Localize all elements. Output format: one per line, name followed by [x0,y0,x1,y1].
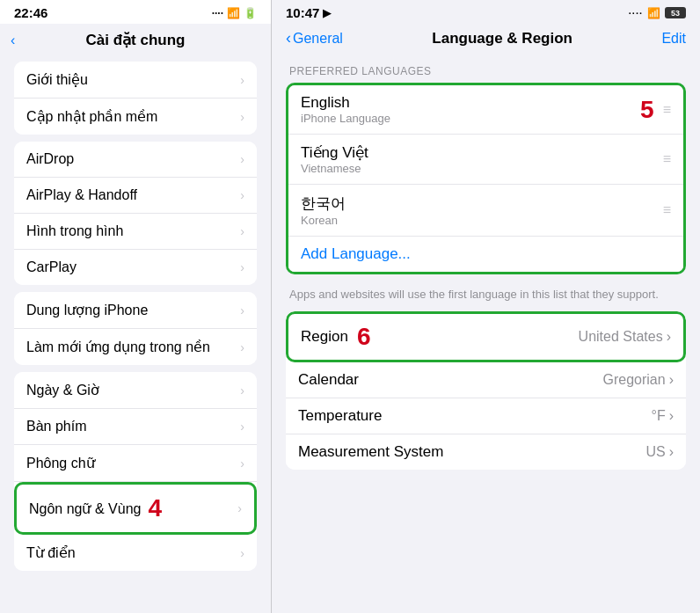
signal-dots: ···· [212,7,223,19]
edit-button[interactable]: Edit [661,31,686,47]
font-item[interactable]: Phông chữ › [14,445,257,482]
section-group-1: Giới thiệu › Cập nhật phần mềm › [14,62,257,135]
status-bar-right: 10:47 ▶ ···· 📶 53 [272,0,700,24]
chevron-right-icon: › [669,372,674,388]
chevron-right-icon: › [667,329,671,345]
region-item[interactable]: Region 6 United States › [286,311,686,362]
preferred-languages-header: PREFERRED LANGUAGES [286,55,686,83]
storage-item[interactable]: Dung lượng iPhone › [14,292,257,329]
refresh-item[interactable]: Làm mới ứng dụng trong nền › [14,329,257,365]
add-language-item[interactable]: Add Language... [288,237,683,272]
time-right: 10:47 [286,5,319,20]
battery-icon: 🔋 [244,7,257,19]
chevron-right-icon: › [240,73,244,87]
chevron-right-icon: › [240,420,244,434]
chevron-left-icon: ‹ [11,33,15,48]
back-button-right[interactable]: ‹ General [286,29,343,47]
nav-bar-right: ‹ General Language & Region Edit [272,24,700,55]
measurement-item[interactable]: Measurement System US › [286,434,686,470]
back-button-left[interactable]: ‹ [11,33,17,48]
chevron-right-icon: › [669,408,674,424]
language-region-item[interactable]: Ngôn ngữ & Vùng 4 › [14,482,257,535]
nav-title-right: Language & Region [432,30,572,47]
english-text-block: English iPhone Language [301,94,633,125]
chevron-right-icon: › [240,224,244,238]
drag-handle-icon: ≡ [663,203,671,217]
chevron-right-icon: › [669,444,674,460]
region-value: United States › [579,329,671,345]
chevron-right-icon: › [240,303,244,317]
back-label-right: General [293,31,343,47]
section-group-3: Dung lượng iPhone › Làm mới ứng dụng tro… [14,292,257,365]
region-section: Region 6 United States › Calendar Gregor… [286,311,686,470]
nav-title-left: Cài đặt chung [86,31,186,49]
status-bar-left: 22:46 ···· 📶 🔋 [0,0,271,24]
settings-list: Giới thiệu › Cập nhật phần mềm › AirDrop… [0,55,271,613]
status-left-group: 10:47 ▶ [286,5,331,20]
english-item[interactable]: English iPhone Language 5 ≡ [288,85,683,134]
list-item[interactable]: Giới thiệu › [14,62,257,99]
dots-signal-icon: ···· [629,8,643,18]
date-time-item[interactable]: Ngày & Giờ › [14,372,257,409]
measurement-value: US › [645,444,674,460]
pip-item[interactable]: Hình trong hình › [14,214,257,250]
hint-text: Apps and websites will use the first lan… [286,281,686,311]
status-right-group: ···· 📶 53 [629,7,686,19]
chevron-right-icon: › [240,152,244,166]
time-left: 22:46 [14,5,47,20]
right-content: PREFERRED LANGUAGES English iPhone Langu… [272,55,700,613]
dictionary-item[interactable]: Từ điển › [14,535,257,571]
list-item[interactable]: Cập nhật phần mềm › [14,99,257,135]
chevron-right-icon: › [240,340,244,354]
temperature-value: °F › [652,408,674,424]
drag-handle-icon: ≡ [663,152,671,166]
vietnamese-text-block: Tiếng Việt Vietnamese [301,143,368,175]
calendar-item[interactable]: Calendar Gregorian › [286,362,686,398]
chevron-right-icon: › [240,546,244,560]
chevron-right-icon: › [240,383,244,398]
nav-bar-left: ‹ Cài đặt chung [0,24,271,55]
chevron-right-icon: › [240,456,244,471]
airdrop-item[interactable]: AirDrop › [14,142,257,178]
chevron-right-icon: › [240,110,244,124]
wifi-icon-right: 📶 [647,7,660,19]
status-icons-left: ···· 📶 🔋 [212,7,257,19]
left-panel: 22:46 ···· 📶 🔋 ‹ Cài đặt chung Giới thiệ… [0,0,271,613]
chevron-right-icon: › [240,188,244,202]
korean-text-block: 한국어 Korean [301,193,346,227]
korean-item[interactable]: 한국어 Korean ≡ [288,185,683,237]
add-language-label: Add Language... [301,245,411,263]
languages-section: English iPhone Language 5 ≡ Tiếng Việt V… [286,83,686,274]
chevron-right-icon: › [240,260,244,274]
wifi-icon: 📶 [227,7,240,19]
right-panel: 10:47 ▶ ···· 📶 53 ‹ General Language & R… [271,0,700,613]
location-icon: ▶ [323,7,331,19]
section-group-4: Ngày & Giờ › Bàn phím › Phông chữ › Ngôn… [14,372,257,571]
chevron-left-icon-right: ‹ [286,29,291,47]
carplay-item[interactable]: CarPlay › [14,250,257,285]
temperature-item[interactable]: Temperature °F › [286,398,686,434]
chevron-right-icon: › [237,501,242,515]
drag-handle-icon: ≡ [663,103,671,117]
calendar-value: Gregorian › [603,372,674,388]
vietnamese-item[interactable]: Tiếng Việt Vietnamese ≡ [288,134,683,185]
section-group-2: AirDrop › AirPlay & Handoff › Hình trong… [14,142,257,285]
battery-right: 53 [665,7,686,18]
keyboard-item[interactable]: Bàn phím › [14,409,257,445]
airplay-item[interactable]: AirPlay & Handoff › [14,178,257,214]
